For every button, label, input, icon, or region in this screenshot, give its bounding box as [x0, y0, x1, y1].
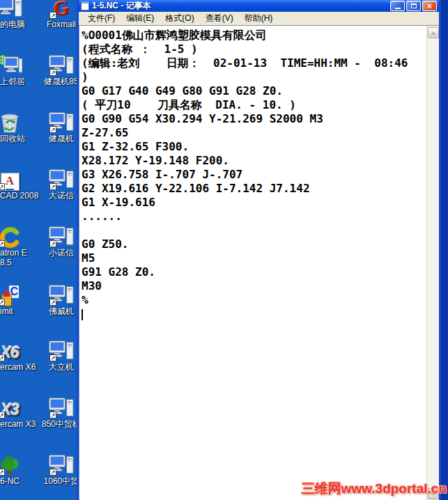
- text-cursor: [82, 309, 83, 320]
- desktop-icon-mastercam-x3[interactable]: X3 ↗ ercam X3: [0, 393, 29, 429]
- shortcut-arrow-icon: ↗: [49, 469, 56, 476]
- desktop-icon-daliji[interactable]: ↗ 大立机: [42, 336, 81, 372]
- watermark: 三维网www.3dportal.cn: [302, 480, 447, 498]
- desktop-icon-label: 上邻居: [0, 77, 25, 86]
- shortcut-arrow-icon: ↗: [0, 412, 5, 419]
- tree-icon: ↗: [0, 450, 29, 476]
- code-line: Z-27.65: [82, 126, 425, 140]
- desktop-icon-recycle-bin[interactable]: 回收站: [0, 107, 29, 143]
- desktop-icon-network-places[interactable]: 上邻居: [0, 50, 29, 86]
- code-line: ( 平刀10 刀具名称 DIA. - 10. ): [82, 98, 425, 112]
- shortcut-arrow-icon: ↗: [0, 354, 5, 361]
- desktop-icon-label: 850中贸机: [42, 419, 81, 429]
- window-title: 1-5.NC - 记事本: [92, 0, 390, 12]
- desktop-icon-1060-zhongmao[interactable]: ↗ 1060中贸: [42, 450, 81, 486]
- code-line: X28.172 Y-19.148 F200.: [82, 154, 425, 168]
- desktop-icon-label: atron E: [0, 248, 27, 258]
- desktop-icon-label: imit: [0, 306, 13, 316]
- title-bar[interactable]: 1-5.NC - 记事本 ×: [79, 0, 439, 12]
- menu-view[interactable]: 查看(V): [200, 11, 239, 26]
- computer-shortcut-icon: ↗: [42, 450, 81, 476]
- desktop-icon-label: 健晟机85: [44, 77, 78, 86]
- code-line: G0 Z50.: [82, 237, 425, 251]
- desktop: { "desktop": { "background_color": "#156…: [0, 0, 448, 500]
- code-line-caret: [82, 307, 425, 321]
- text-editor-area[interactable]: %O0001佛山市辉鸿塑胶模具有限公司 (程式名称 ： 1-5 ) (编辑:老刘…: [79, 25, 439, 500]
- recycle-bin-icon: [0, 107, 29, 134]
- desktop-icon-imit[interactable]: C ↗ imit: [0, 280, 29, 316]
- desktop-icon-850-zhongmao[interactable]: ↗ 850中贸机: [42, 393, 81, 429]
- code-line: G1 X-19.616: [82, 196, 425, 210]
- desktop-icon-xiaonuoxin[interactable]: ↗ 小诺信: [42, 221, 81, 258]
- menu-help[interactable]: 帮助(H): [239, 11, 279, 26]
- gcode-text: %O0001佛山市辉鸿塑胶模具有限公司 (程式名称 ： 1-5 ) (编辑:老刘…: [82, 29, 425, 321]
- computer-shortcut-icon: ↗: [42, 107, 81, 134]
- mastercam-x3-icon: X3 ↗: [0, 393, 29, 419]
- scrollbar-up-button[interactable]: [428, 27, 439, 38]
- desktop-icon-danuoxin[interactable]: ↗ 大诺信: [42, 164, 81, 201]
- menu-format[interactable]: 格式(O): [160, 11, 199, 26]
- shortcut-arrow-icon: ↗: [49, 354, 56, 361]
- desktop-icon-label: ercam X6: [0, 362, 36, 372]
- code-line: (编辑:老刘 日期： 02-01-13 TIME=HH:MM - 08:46: [82, 56, 425, 70]
- app-c-icon: C ↗: [0, 280, 29, 306]
- autocad-icon: A ↗: [0, 164, 29, 191]
- shortcut-arrow-icon: ↗: [49, 183, 56, 190]
- minimize-button[interactable]: [390, 1, 405, 11]
- shortcut-arrow-icon: ↗: [49, 299, 56, 306]
- desktop-icon-autocad-2008[interactable]: A ↗ CAD 2008: [0, 164, 29, 201]
- desktop-icon-label: 小诺信: [49, 248, 74, 258]
- shortcut-arrow-icon: ↗: [49, 412, 56, 419]
- desktop-icon-6-nc[interactable]: ↗ 6-NC: [0, 450, 29, 486]
- shortcut-arrow-icon: ↗: [49, 12, 56, 19]
- computer-shortcut-icon: ↗: [42, 164, 81, 191]
- vertical-scrollbar[interactable]: [426, 26, 439, 500]
- desktop-icon-label: 1060中贸: [44, 476, 79, 486]
- code-line: %O0001佛山市辉鸿塑胶模具有限公司: [82, 29, 425, 42]
- desktop-icon-label: 大诺信: [49, 191, 74, 201]
- shortcut-arrow-icon: ↗: [0, 183, 5, 190]
- desktop-icon-label: 佛威机: [49, 306, 74, 316]
- maximize-button[interactable]: [406, 1, 421, 11]
- code-line: [82, 224, 425, 237]
- computer-shortcut-icon: ↗: [42, 221, 81, 248]
- desktop-icon-label: Foxmail: [47, 19, 76, 29]
- computer-shortcut-icon: ↗: [42, 393, 81, 419]
- code-line: G1 Z-32.65 F300.: [82, 140, 425, 154]
- desktop-icon-label: 的电脑: [0, 19, 25, 29]
- desktop-icon-label: 大立机: [49, 362, 74, 372]
- desktop-icon-mastercam-x6[interactable]: X6 ↗ ercam X6: [0, 336, 29, 372]
- menu-bar: 文件(F) 编辑(E) 格式(O) 查看(V) 帮助(H): [79, 12, 439, 25]
- notepad-window: 1-5.NC - 记事本 × 文件(F) 编辑(E) 格式(O) 查看(V) 帮…: [77, 0, 441, 500]
- desktop-icon-label: CAD 2008: [0, 191, 38, 201]
- desktop-icon-cimatron-e[interactable]: ↗ atron E 8.5: [0, 221, 29, 267]
- code-line: (程式名称 ： 1-5 ): [82, 42, 425, 56]
- shortcut-arrow-icon: ↗: [49, 126, 56, 133]
- minimize-icon: [395, 7, 401, 9]
- shortcut-arrow-icon: ↗: [0, 240, 5, 247]
- desktop-icon-jianshengji[interactable]: ↗ 健晟机: [42, 107, 81, 143]
- mastercam-x6-icon: X6 ↗: [0, 336, 29, 362]
- menu-file[interactable]: 文件(F): [82, 11, 121, 26]
- shortcut-arrow-icon: ↗: [0, 299, 5, 306]
- shortcut-arrow-icon: ↗: [49, 69, 56, 76]
- shortcut-arrow-icon: ↗: [49, 240, 56, 247]
- code-line: G0 G90 G54 X30.294 Y-21.269 S2000 M3: [82, 112, 425, 126]
- desktop-icon-label: ercam X3: [0, 419, 36, 429]
- desktop-icon-jianshengji85[interactable]: ↗ 健晟机85: [42, 50, 81, 86]
- close-button[interactable]: ×: [422, 1, 437, 11]
- code-line: M5: [82, 251, 425, 265]
- code-line: G91 G28 Z0.: [82, 265, 425, 279]
- desktop-icon-my-computer[interactable]: 的电脑: [0, 0, 29, 29]
- desktop-icon-foxmail[interactable]: G ↗ Foxmail: [42, 0, 81, 29]
- code-line: M30: [82, 279, 425, 293]
- code-line: G0 G17 G40 G49 G80 G91 G28 Z0.: [82, 84, 425, 98]
- desktop-icon-label: 健晟机: [49, 134, 74, 143]
- menu-edit[interactable]: 编辑(E): [121, 11, 160, 26]
- desktop-icon-foweiji[interactable]: ↗ 佛威机: [42, 280, 81, 316]
- network-places-icon: [0, 50, 29, 77]
- close-icon: ×: [427, 2, 432, 10]
- maximize-icon: [411, 3, 417, 8]
- desktop-icon-label: 8.5: [0, 258, 12, 267]
- scroll-up-icon: [431, 31, 436, 35]
